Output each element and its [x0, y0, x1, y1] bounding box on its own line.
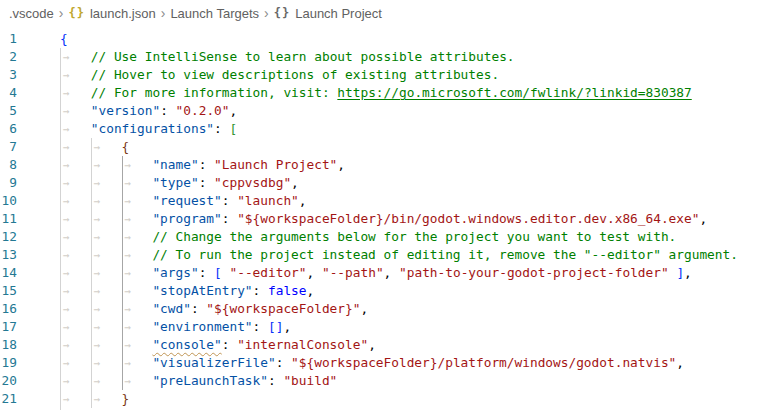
code-token: :: [199, 175, 214, 190]
code-token: // Change the arguments below for the pr…: [152, 229, 676, 244]
breadcrumb-label: Launch Project: [295, 6, 382, 21]
tab-whitespace-icon: →: [61, 103, 70, 120]
code-token: ,: [360, 301, 368, 316]
indent-guide: →: [91, 336, 122, 354]
code-line[interactable]: 17→→→"environment": [],: [0, 318, 760, 336]
breadcrumb-item-launch-project[interactable]: {}Launch Project: [274, 6, 382, 21]
code-line[interactable]: 21→→}: [0, 390, 760, 408]
code-token: "stopAtEntry": [152, 283, 252, 298]
tab-whitespace-icon: →: [123, 355, 132, 372]
code-line[interactable]: 20→→→"preLaunchTask": "build": [0, 372, 760, 390]
indent-guide: →: [60, 102, 91, 120]
code-line[interactable]: 11→→→"program": "${workspaceFolder}/bin/…: [0, 210, 760, 228]
code-token: // Use IntelliSense to learn about possi…: [91, 49, 515, 64]
indent-guide: →: [91, 138, 122, 156]
indent-guide: →: [60, 66, 91, 84]
code-token: ]: [676, 265, 684, 280]
code-token: []: [268, 319, 283, 334]
tab-whitespace-icon: →: [61, 265, 70, 282]
code-editor[interactable]: 1{2→// Use IntelliSense to learn about p…: [0, 26, 760, 410]
code-token: "--path": [322, 265, 384, 280]
code-link[interactable]: https://go.microsoft.com/fwlink/?linkid=…: [337, 85, 691, 100]
line-number: 11: [0, 210, 17, 228]
code-line[interactable]: 16→→→"cwd": "${workspaceFolder}",: [0, 300, 760, 318]
tab-whitespace-icon: →: [61, 193, 70, 210]
code-token: ,: [283, 319, 291, 334]
code-line-content: →→→"preLaunchTask": "build": [60, 372, 760, 390]
tab-whitespace-icon: →: [92, 265, 101, 282]
code-line-content: →→→"visualizerFile": "${workspaceFolder}…: [60, 354, 760, 372]
code-token: :: [276, 355, 291, 370]
tab-whitespace-icon: →: [123, 247, 132, 264]
tab-whitespace-icon: →: [61, 157, 70, 174]
code-token: "environment": [152, 319, 252, 334]
indent-guide: →: [60, 156, 91, 174]
code-line[interactable]: 13→→→// To run the project instead of ed…: [0, 246, 760, 264]
code-token: [: [230, 121, 238, 136]
code-token: ,: [299, 193, 307, 208]
indent-guide: →: [91, 210, 122, 228]
code-token: false: [268, 283, 307, 298]
breadcrumb-item-launch-json[interactable]: {}launch.json: [68, 6, 155, 21]
code-line[interactable]: 7→→{: [0, 138, 760, 156]
indent-guide: →: [91, 264, 122, 282]
line-number: 14: [0, 264, 17, 282]
indent-guide: →: [91, 318, 122, 336]
code-token: ,: [307, 265, 322, 280]
tab-whitespace-icon: →: [92, 355, 101, 372]
code-line[interactable]: 3→// Hover to view descriptions of exist…: [0, 66, 760, 84]
code-line[interactable]: 12→→→// Change the arguments below for t…: [0, 228, 760, 246]
breadcrumb-item-vscode[interactable]: .vscode: [9, 6, 54, 21]
code-line[interactable]: 4→// For more information, visit: https:…: [0, 84, 760, 102]
line-number: 4: [0, 84, 17, 102]
code-line[interactable]: 18→→→"console": "internalConsole",: [0, 336, 760, 354]
code-token: "cppvsdbg": [214, 175, 291, 190]
tab-whitespace-icon: →: [61, 175, 70, 192]
indent-guide: →: [122, 372, 153, 390]
tab-whitespace-icon: →: [92, 157, 101, 174]
breadcrumb-item-launch-targets[interactable]: Launch Targets: [170, 6, 259, 21]
tab-whitespace-icon: →: [61, 355, 70, 372]
code-line[interactable]: 14→→→"args": [ "--editor", "--path", "pa…: [0, 264, 760, 282]
code-line-content: →→→"args": [ "--editor", "--path", "path…: [60, 264, 760, 282]
breadcrumb-separator-icon: ›: [161, 6, 166, 20]
indent-guide: →: [60, 120, 91, 138]
line-number: 18: [0, 336, 17, 354]
code-token: {: [60, 31, 68, 46]
line-number: 7: [0, 138, 17, 156]
line-number: 17: [0, 318, 17, 336]
code-line[interactable]: 1{: [0, 30, 760, 48]
code-token: ,: [230, 103, 238, 118]
code-line[interactable]: 2→// Use IntelliSense to learn about pos…: [0, 48, 760, 66]
breadcrumb-label: launch.json: [90, 6, 156, 21]
code-line[interactable]: 9→→→"type": "cppvsdbg",: [0, 174, 760, 192]
tab-whitespace-icon: →: [123, 373, 132, 390]
indent-guide: →: [91, 282, 122, 300]
code-token: ,: [307, 283, 315, 298]
line-number: 21: [0, 390, 17, 408]
code-line[interactable]: 5→"version": "0.2.0",: [0, 102, 760, 120]
tab-whitespace-icon: →: [92, 391, 101, 408]
tab-whitespace-icon: →: [123, 337, 132, 354]
tab-whitespace-icon: →: [61, 49, 70, 66]
code-line-content: →"version": "0.2.0",: [60, 102, 760, 120]
line-number: 12: [0, 228, 17, 246]
line-number: 19: [0, 354, 17, 372]
code-token: ,: [384, 265, 399, 280]
code-line[interactable]: 10→→→"request": "launch",: [0, 192, 760, 210]
code-token: }: [122, 391, 130, 406]
breadcrumb-label: Launch Targets: [170, 6, 259, 21]
code-line[interactable]: 15→→→"stopAtEntry": false,: [0, 282, 760, 300]
line-number: 2: [0, 48, 17, 66]
code-token: "visualizerFile": [152, 355, 275, 370]
tab-whitespace-icon: →: [61, 391, 70, 408]
editor-lines: 1{2→// Use IntelliSense to learn about p…: [0, 30, 760, 410]
indent-guide: →: [122, 300, 153, 318]
tab-whitespace-icon: →: [92, 373, 101, 390]
code-token: "${workspaceFolder}/platform/windows/god…: [291, 355, 676, 370]
code-line[interactable]: 8→→→"name": "Launch Project",: [0, 156, 760, 174]
code-token: [: [214, 265, 222, 280]
code-line[interactable]: 19→→→"visualizerFile": "${workspaceFolde…: [0, 354, 760, 372]
code-line[interactable]: 6→"configurations": [: [0, 120, 760, 138]
indent-guide: →: [91, 156, 122, 174]
